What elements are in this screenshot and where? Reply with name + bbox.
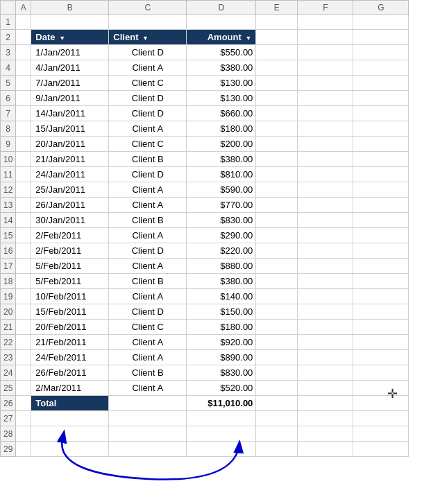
cell-e20[interactable] <box>256 304 298 320</box>
cell-a28[interactable] <box>16 426 31 442</box>
cell-client[interactable]: Client D <box>109 167 187 182</box>
cell-g20[interactable] <box>353 304 409 320</box>
cell-f23[interactable] <box>298 350 353 365</box>
cell-e13[interactable] <box>256 198 298 213</box>
cell-a12[interactable] <box>16 182 31 198</box>
cell-amount[interactable]: $180.00 <box>187 320 256 335</box>
cell-f22[interactable] <box>298 335 353 350</box>
cell-date[interactable]: 1/Jan/2011 <box>31 45 109 60</box>
cell-g2[interactable] <box>353 30 409 45</box>
cell-e2[interactable] <box>256 30 298 45</box>
cell-e3[interactable] <box>256 45 298 60</box>
cell-c27[interactable] <box>109 411 187 426</box>
cell-amount[interactable]: $140.00 <box>187 289 256 304</box>
cell-e10[interactable] <box>256 152 298 167</box>
cell-client[interactable]: Client A <box>109 121 187 137</box>
cell-b27[interactable] <box>31 411 109 426</box>
cell-e18[interactable] <box>256 274 298 289</box>
cell-d27[interactable] <box>187 411 256 426</box>
cell-amount[interactable]: $920.00 <box>187 335 256 350</box>
cell-a16[interactable] <box>16 243 31 259</box>
cell-client[interactable]: Client D <box>109 45 187 60</box>
cell-client[interactable]: Client A <box>109 182 187 198</box>
cell-f29[interactable] <box>298 442 353 457</box>
cell-f28[interactable] <box>298 426 353 442</box>
cell-g21[interactable] <box>353 320 409 335</box>
cell-f4[interactable] <box>298 60 353 76</box>
cell-a13[interactable] <box>16 198 31 213</box>
cell-e24[interactable] <box>256 365 298 381</box>
cell-e16[interactable] <box>256 243 298 259</box>
cell-e12[interactable] <box>256 182 298 198</box>
cell-g9[interactable] <box>353 137 409 152</box>
cell-amount[interactable]: $830.00 <box>187 213 256 228</box>
cell-f13[interactable] <box>298 198 353 213</box>
cell-date[interactable]: 4/Jan/2011 <box>31 60 109 76</box>
client-header[interactable]: Client ▼ <box>109 30 187 45</box>
cell-date[interactable]: 21/Jan/2011 <box>31 152 109 167</box>
cell-date[interactable]: 25/Jan/2011 <box>31 182 109 198</box>
cell-date[interactable]: 21/Feb/2011 <box>31 335 109 350</box>
cell-amount[interactable]: $880.00 <box>187 259 256 274</box>
cell-amount[interactable]: $380.00 <box>187 274 256 289</box>
cell-f18[interactable] <box>298 274 353 289</box>
cell-a29[interactable] <box>16 442 31 457</box>
cell-g8[interactable] <box>353 121 409 137</box>
cell-a2[interactable] <box>16 30 31 45</box>
cell-e14[interactable] <box>256 213 298 228</box>
cell-client[interactable]: Client B <box>109 274 187 289</box>
cell-e23[interactable] <box>256 350 298 365</box>
cell-e5[interactable] <box>256 76 298 91</box>
cell-f2[interactable] <box>298 30 353 45</box>
cell-client[interactable]: Client A <box>109 381 187 396</box>
cell-a14[interactable] <box>16 213 31 228</box>
cell-g7[interactable] <box>353 106 409 121</box>
cell-date[interactable]: 15/Feb/2011 <box>31 304 109 320</box>
cell-a23[interactable] <box>16 350 31 365</box>
date-header[interactable]: Date ▼ <box>31 30 109 45</box>
cell-a24[interactable] <box>16 365 31 381</box>
cell-f5[interactable] <box>298 76 353 91</box>
cell-f7[interactable] <box>298 106 353 121</box>
cell-g16[interactable] <box>353 243 409 259</box>
cell-amount[interactable]: $290.00 <box>187 228 256 243</box>
cell-g23[interactable] <box>353 350 409 365</box>
cell-client[interactable]: Client D <box>109 304 187 320</box>
cell-a25[interactable] <box>16 381 31 396</box>
cell-amount[interactable]: $180.00 <box>187 121 256 137</box>
cell-f6[interactable] <box>298 91 353 106</box>
cell-date[interactable]: 30/Jan/2011 <box>31 213 109 228</box>
cell-g11[interactable] <box>353 167 409 182</box>
amount-header[interactable]: Amount ▼ <box>187 30 256 45</box>
cell-date[interactable]: 2/Feb/2011 <box>31 228 109 243</box>
cell-a6[interactable] <box>16 91 31 106</box>
cell-e28[interactable] <box>256 426 298 442</box>
cell-client[interactable]: Client C <box>109 320 187 335</box>
cell-client[interactable]: Client A <box>109 289 187 304</box>
cell-f9[interactable] <box>298 137 353 152</box>
cell-amount[interactable]: $130.00 <box>187 76 256 91</box>
cell-g17[interactable] <box>353 259 409 274</box>
client-dropdown-icon[interactable]: ▼ <box>142 35 149 42</box>
cell-f10[interactable] <box>298 152 353 167</box>
cell-f12[interactable] <box>298 182 353 198</box>
cell-date[interactable]: 26/Feb/2011 <box>31 365 109 381</box>
cell-a7[interactable] <box>16 106 31 121</box>
cell-g28[interactable] <box>353 426 409 442</box>
cell-a17[interactable] <box>16 259 31 274</box>
cell-e7[interactable] <box>256 106 298 121</box>
cell-client[interactable]: Client C <box>109 76 187 91</box>
cell-e21[interactable] <box>256 320 298 335</box>
cell-g13[interactable] <box>353 198 409 213</box>
cell-a4[interactable] <box>16 60 31 76</box>
cell-c1[interactable] <box>109 15 187 30</box>
cell-amount[interactable]: $130.00 <box>187 91 256 106</box>
cell-e9[interactable] <box>256 137 298 152</box>
cell-g1[interactable] <box>353 15 409 30</box>
cell-e25[interactable] <box>256 381 298 396</box>
cell-client[interactable]: Client A <box>109 335 187 350</box>
cell-g26[interactable] <box>353 396 409 411</box>
cell-a5[interactable] <box>16 76 31 91</box>
cell-f26[interactable] <box>298 396 353 411</box>
cell-e1[interactable] <box>256 15 298 30</box>
